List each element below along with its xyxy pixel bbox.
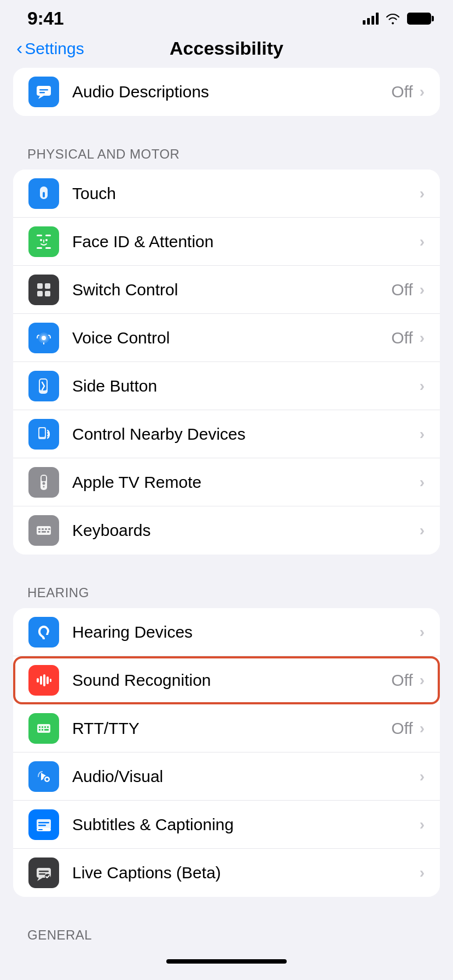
voice-control-icon bbox=[28, 323, 59, 353]
physical-motor-section: PHYSICAL AND MOTOR Touch › bbox=[0, 136, 453, 555]
control-nearby-label: Control Nearby Devices bbox=[72, 425, 420, 444]
svg-rect-12 bbox=[37, 283, 43, 289]
svg-rect-28 bbox=[37, 526, 51, 535]
rtt-tty-row[interactable]: RTT/TTY Off › bbox=[13, 704, 440, 752]
nav-bar: ‹ Settings Accessibility bbox=[0, 33, 453, 68]
rtt-tty-chevron: › bbox=[420, 720, 425, 737]
audio-visual-label: Audio/Visual bbox=[72, 767, 420, 786]
page-title: Accessibility bbox=[170, 38, 283, 59]
svg-rect-29 bbox=[38, 528, 40, 530]
switch-control-row[interactable]: Switch Control Off › bbox=[13, 266, 440, 314]
svg-marker-1 bbox=[38, 96, 44, 99]
control-nearby-row[interactable]: Control Nearby Devices › bbox=[13, 410, 440, 458]
live-captions-icon bbox=[28, 858, 59, 888]
physical-motor-header: PHYSICAL AND MOTOR bbox=[0, 136, 453, 170]
audio-desc-value: Off bbox=[391, 83, 413, 101]
svg-point-9 bbox=[40, 239, 42, 241]
keyboards-row[interactable]: Keyboards › bbox=[13, 506, 440, 555]
svg-rect-4 bbox=[43, 192, 45, 197]
voice-control-value: Off bbox=[391, 329, 413, 347]
svg-rect-14 bbox=[37, 291, 43, 296]
back-button[interactable]: ‹ Settings bbox=[16, 38, 84, 59]
svg-rect-60 bbox=[39, 871, 49, 872]
svg-rect-61 bbox=[39, 873, 45, 875]
sound-recognition-chevron: › bbox=[420, 672, 425, 689]
audio-visual-chevron: › bbox=[420, 768, 425, 785]
hearing-devices-row[interactable]: Hearing Devices › bbox=[13, 608, 440, 656]
live-captions-chevron: › bbox=[420, 864, 425, 882]
svg-rect-2 bbox=[39, 89, 48, 91]
switch-control-label: Switch Control bbox=[72, 281, 391, 299]
rtt-tty-value: Off bbox=[391, 719, 413, 738]
sound-recognition-label: Sound Recognition bbox=[72, 671, 391, 690]
svg-rect-34 bbox=[47, 531, 49, 533]
hearing-devices-label: Hearing Devices bbox=[72, 623, 420, 641]
rtt-tty-label: RTT/TTY bbox=[72, 719, 391, 738]
svg-rect-7 bbox=[37, 247, 42, 249]
svg-rect-46 bbox=[47, 726, 49, 728]
list-item[interactable]: Audio Descriptions Off › bbox=[13, 68, 440, 116]
physical-motor-list: Touch › Face ID & Attention › bbox=[13, 170, 440, 555]
subtitles-row[interactable]: Subtitles & Captioning › bbox=[13, 801, 440, 849]
live-captions-label: Live Captions (Beta) bbox=[72, 864, 420, 882]
partial-section: Audio Descriptions Off › bbox=[13, 68, 440, 116]
svg-point-36 bbox=[43, 637, 45, 639]
sound-recognition-row[interactable]: Sound Recognition Off › bbox=[13, 656, 440, 704]
face-id-icon bbox=[28, 226, 59, 257]
svg-point-52 bbox=[46, 778, 49, 780]
touch-chevron: › bbox=[420, 185, 425, 202]
hearing-devices-icon bbox=[28, 617, 59, 648]
face-id-label: Face ID & Attention bbox=[72, 232, 420, 251]
switch-control-value: Off bbox=[391, 281, 413, 299]
apple-tv-row[interactable]: Apple TV Remote › bbox=[13, 458, 440, 506]
back-chevron-icon: ‹ bbox=[16, 37, 22, 59]
apple-tv-label: Apple TV Remote bbox=[72, 473, 420, 492]
switch-control-icon bbox=[28, 275, 59, 305]
home-indicator bbox=[0, 950, 453, 969]
side-button-label: Side Button bbox=[72, 377, 420, 395]
live-captions-row[interactable]: Live Captions (Beta) › bbox=[13, 849, 440, 897]
wifi-icon bbox=[385, 13, 400, 25]
audio-visual-row[interactable]: Audio/Visual › bbox=[13, 752, 440, 801]
svg-rect-15 bbox=[45, 291, 50, 296]
svg-rect-13 bbox=[45, 283, 50, 289]
svg-rect-57 bbox=[38, 829, 43, 830]
control-nearby-chevron: › bbox=[420, 425, 425, 443]
rtt-tty-icon bbox=[28, 713, 59, 744]
svg-rect-6 bbox=[45, 235, 51, 236]
svg-rect-38 bbox=[40, 676, 42, 685]
svg-point-18 bbox=[42, 336, 46, 340]
voice-control-label: Voice Control bbox=[72, 329, 391, 347]
hearing-list: Hearing Devices › Sound Recognition Off … bbox=[13, 608, 440, 897]
svg-rect-8 bbox=[45, 247, 51, 249]
apple-tv-icon bbox=[28, 467, 59, 498]
keyboards-icon bbox=[28, 515, 59, 546]
apple-tv-chevron: › bbox=[420, 474, 425, 491]
touch-row[interactable]: Touch › bbox=[13, 170, 440, 218]
side-button-icon bbox=[28, 371, 59, 401]
hearing-section: HEARING Hearing Devices › bbox=[0, 574, 453, 897]
touch-icon bbox=[28, 178, 59, 209]
side-button-row[interactable]: Side Button › bbox=[13, 362, 440, 410]
svg-rect-55 bbox=[38, 825, 46, 826]
status-icons bbox=[363, 13, 431, 25]
svg-point-10 bbox=[45, 239, 48, 241]
svg-rect-35 bbox=[48, 528, 50, 530]
sound-recognition-icon bbox=[28, 665, 59, 696]
face-id-row[interactable]: Face ID & Attention › bbox=[13, 218, 440, 266]
home-bar bbox=[166, 959, 287, 964]
svg-rect-53 bbox=[37, 819, 51, 829]
svg-point-27 bbox=[43, 486, 45, 487]
svg-rect-0 bbox=[37, 86, 51, 96]
voice-control-row[interactable]: Voice Control Off › bbox=[13, 314, 440, 362]
svg-rect-43 bbox=[39, 726, 40, 728]
audio-desc-svg bbox=[34, 83, 53, 101]
control-nearby-icon bbox=[28, 419, 59, 450]
hearing-devices-chevron: › bbox=[420, 623, 425, 641]
sound-recognition-value: Off bbox=[391, 671, 413, 690]
side-button-chevron: › bbox=[420, 377, 425, 395]
switch-control-chevron: › bbox=[420, 281, 425, 299]
svg-rect-47 bbox=[39, 729, 40, 731]
svg-rect-54 bbox=[38, 822, 49, 824]
svg-rect-49 bbox=[44, 729, 49, 731]
